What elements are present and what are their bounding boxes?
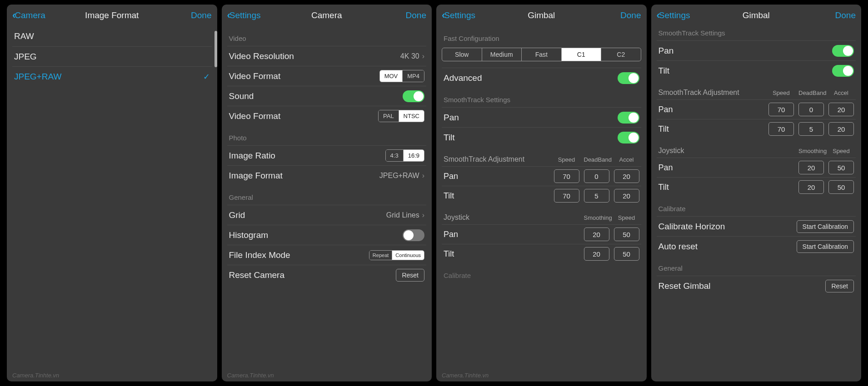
toggle-tilt[interactable]	[832, 65, 854, 77]
start-calibration-horizon-button[interactable]: Start Calibration	[797, 220, 854, 233]
chevron-right-icon: ›	[422, 52, 424, 60]
row-video-resolution[interactable]: Video Resolution 4K 30›	[227, 46, 427, 66]
row-label: Pan	[658, 46, 674, 56]
section-smoothtrack-settings: SmoothTrack Settings	[442, 88, 641, 107]
row-label: Video Resolution	[229, 51, 294, 61]
joy-tilt: Tilt 20 50	[442, 244, 641, 263]
reset-camera-button[interactable]: Reset	[396, 269, 424, 282]
seg-opt-slow[interactable]: Slow	[442, 48, 482, 61]
joy-pan-smoothing[interactable]: 20	[584, 228, 609, 241]
adj-tilt: Tilt 70 5 20	[657, 119, 856, 139]
section-fast-config: Fast Configuration	[442, 26, 641, 46]
toggle-pan[interactable]	[618, 112, 639, 124]
tilt-speed[interactable]: 70	[768, 122, 794, 136]
seg-opt-c1[interactable]: C1	[561, 48, 601, 61]
joy-pan-smoothing[interactable]: 20	[798, 161, 824, 174]
seg-fast-config[interactable]: Slow Medium Fast C1 C2	[442, 48, 641, 61]
section-smoothtrack-settings: SmoothTrack Settings	[657, 26, 856, 40]
row-st-pan: Pan	[657, 40, 856, 60]
back-button[interactable]: ‹ Settings	[227, 10, 261, 21]
toggle-knob	[414, 91, 424, 101]
panel-gimbal-top: ‹ Settings Gimbal Done Fast Configuratio…	[436, 5, 647, 381]
joy-pan-speed[interactable]: 50	[614, 228, 639, 241]
header-joystick: Joystick Smoothing Speed	[442, 205, 641, 224]
reset-gimbal-button[interactable]: Reset	[825, 280, 854, 292]
done-button[interactable]: Done	[835, 10, 856, 20]
header-joystick: Joystick Smoothing Speed	[657, 139, 856, 158]
row-grid[interactable]: Grid Grid Lines›	[227, 205, 427, 225]
seg-mov-mp4[interactable]: MOV MP4	[379, 70, 424, 82]
joy-tilt-speed[interactable]: 50	[614, 247, 639, 261]
row-label: Tilt	[658, 66, 670, 76]
col-speed: Speed	[828, 148, 854, 154]
adj-pan: Pan 70 0 20	[442, 166, 641, 186]
toggle-pan[interactable]	[832, 45, 854, 57]
done-button[interactable]: Done	[406, 10, 426, 20]
row-label: Sound	[229, 91, 254, 101]
toggle-advanced[interactable]	[618, 72, 639, 84]
row-sound: Sound	[227, 86, 427, 106]
col-deadband: DeadBand	[584, 156, 609, 163]
option-jpeg[interactable]: JPEG	[12, 46, 212, 66]
adj-row-label: Pan	[658, 105, 764, 114]
header: ‹ Camera Image Format Done	[7, 5, 217, 26]
seg-opt-medium[interactable]: Medium	[482, 48, 522, 61]
row-advanced: Advanced	[442, 68, 641, 88]
header-smoothtrack-adjust: SmoothTrack Adjustment Speed DeadBand Ac…	[442, 147, 641, 166]
seg-opt-169[interactable]: 16:9	[403, 150, 424, 161]
tilt-deadband[interactable]: 5	[798, 122, 824, 136]
joy-tilt-smoothing[interactable]: 20	[584, 247, 609, 261]
toggle-histogram[interactable]	[403, 229, 424, 241]
done-button[interactable]: Done	[191, 10, 211, 20]
toggle-sound[interactable]	[403, 90, 424, 102]
option-jpeg-raw[interactable]: JPEG+RAW✓	[12, 66, 212, 86]
back-button[interactable]: ‹ Settings	[657, 10, 690, 21]
seg-opt-ntsc[interactable]: NTSC	[399, 110, 424, 122]
pan-accel[interactable]: 20	[828, 103, 854, 116]
joy-tilt-speed[interactable]: 50	[828, 180, 854, 194]
done-button[interactable]: Done	[620, 10, 641, 20]
option-raw[interactable]: RAW	[12, 26, 212, 46]
joy-tilt-smoothing[interactable]: 20	[798, 180, 824, 194]
tilt-accel[interactable]: 20	[828, 122, 854, 136]
seg-opt-fast[interactable]: Fast	[521, 48, 561, 61]
back-button[interactable]: ‹ Camera	[12, 10, 45, 21]
back-button[interactable]: ‹ Settings	[442, 10, 475, 21]
back-label: Camera	[15, 10, 45, 20]
seg-opt-pal[interactable]: PAL	[379, 110, 399, 122]
joy-pan-speed[interactable]: 50	[828, 161, 854, 174]
row-video-standard: Video Format PAL NTSC	[227, 106, 427, 126]
option-label: RAW	[14, 31, 34, 41]
adj-row-label: Pan	[444, 230, 579, 239]
seg-opt-mov[interactable]: MOV	[380, 70, 403, 82]
pan-speed[interactable]: 70	[768, 103, 794, 116]
seg-opt-c2[interactable]: C2	[601, 48, 641, 61]
row-video-format-container: Video Format MOV MP4	[227, 66, 427, 86]
seg-opt-43[interactable]: 4:3	[386, 150, 403, 161]
tilt-deadband[interactable]: 5	[584, 189, 609, 203]
joy-pan: Pan 20 50	[657, 158, 856, 177]
section-calibrate: Calibrate	[657, 197, 856, 216]
row-image-format[interactable]: Image Format JPEG+RAW›	[227, 165, 427, 185]
seg-pal-ntsc[interactable]: PAL NTSC	[378, 110, 424, 122]
toggle-tilt[interactable]	[618, 132, 639, 144]
adj-row-label: Tilt	[658, 183, 794, 192]
seg-opt-repeat[interactable]: Repeat	[369, 251, 392, 260]
pan-deadband[interactable]: 0	[798, 103, 824, 116]
panel-gimbal-scrolled: ‹ Settings Gimbal Done SmoothTrack Setti…	[651, 5, 862, 381]
seg-file-index[interactable]: Repeat Continuous	[369, 250, 424, 260]
adj-row-label: Tilt	[658, 124, 764, 134]
seg-opt-mp4[interactable]: MP4	[402, 70, 424, 82]
option-label: JPEG	[14, 52, 37, 62]
pan-speed[interactable]: 70	[554, 169, 579, 183]
row-value: JPEG+RAW›	[379, 172, 424, 180]
scrollbar[interactable]	[215, 31, 217, 67]
pan-accel[interactable]: 20	[614, 169, 639, 183]
pan-deadband[interactable]: 0	[584, 169, 609, 183]
tilt-speed[interactable]: 70	[554, 189, 579, 203]
start-calibration-autoreset-button[interactable]: Start Calibration	[797, 240, 854, 253]
row-label: Video Format	[229, 71, 281, 81]
seg-opt-continuous[interactable]: Continuous	[392, 251, 424, 260]
tilt-accel[interactable]: 20	[614, 189, 639, 203]
seg-ratio[interactable]: 4:3 16:9	[385, 149, 424, 162]
